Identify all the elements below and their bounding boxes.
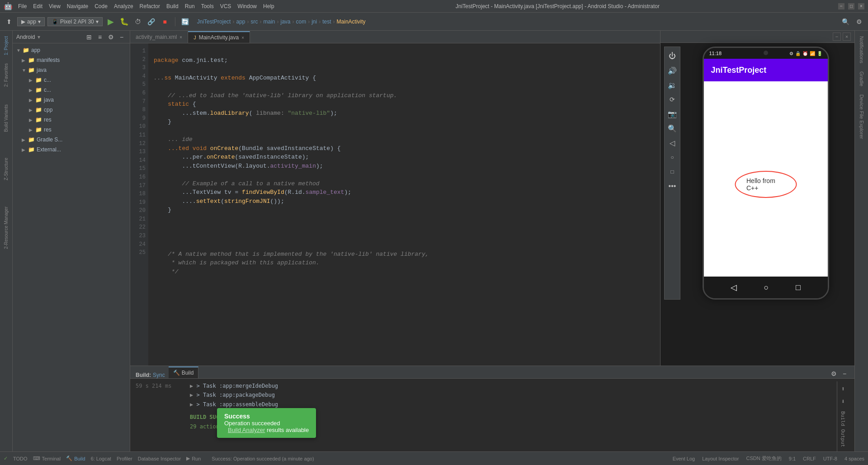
search-button[interactable]: 🔍 — [840, 16, 851, 27]
vtab-build-variants[interactable]: Build Variants — [1, 101, 11, 136]
breadcrumb-main[interactable]: main — [263, 19, 275, 25]
status-terminal[interactable]: ⌨ Terminal — [33, 456, 61, 461]
vcs-update-button[interactable]: ⬆ — [4, 16, 14, 27]
settings-tree-button[interactable]: ⚙ — [106, 33, 115, 42]
vtab-resource-manager[interactable]: 2-Resource Manager — [1, 203, 11, 253]
debug-button[interactable]: 🐛 — [119, 16, 130, 27]
volume-down-button[interactable]: 🔉 — [666, 79, 679, 91]
stop-button[interactable]: ■ — [160, 16, 170, 27]
menu-tools[interactable]: Tools — [198, 2, 217, 10]
rotate-button[interactable]: ⟳ — [666, 93, 679, 106]
vtab-project[interactable]: 1: Project — [1, 33, 11, 59]
tree-item-c1[interactable]: ▶ 📁 c... — [13, 75, 130, 85]
power-button[interactable]: ⏻ — [666, 50, 679, 62]
status-database-inspector[interactable]: Database Inspector — [138, 456, 181, 461]
status-csdn[interactable]: CSDN 爱吃鱼的 — [746, 455, 782, 462]
menu-build[interactable]: Build — [164, 2, 181, 10]
breadcrumb-mainactivity[interactable]: MainActivity — [337, 19, 366, 25]
emulator-minimize-button[interactable]: − — [833, 33, 841, 41]
tree-item-java[interactable]: ▼ 📁 java — [13, 65, 130, 75]
android-view-dropdown[interactable]: ▾ — [38, 34, 40, 40]
tab-mainactivity[interactable]: J MainActivity.java × — [188, 31, 250, 43]
code-content[interactable]: package com.jni.test; ...ss MainActivity… — [148, 43, 660, 366]
status-encoding[interactable]: UTF-8 — [823, 455, 837, 462]
menu-run[interactable]: Run — [182, 2, 198, 10]
tab-activity-main[interactable]: activity_main.xml × — [130, 31, 188, 43]
square-tool-button[interactable]: □ — [666, 165, 679, 178]
status-profiler[interactable]: Profiler — [117, 456, 132, 461]
sync-button[interactable]: 🔄 — [180, 16, 191, 27]
menu-analyze[interactable]: Analyze — [111, 2, 136, 10]
nav-recent-icon[interactable]: □ — [796, 283, 801, 292]
status-layout-inspector[interactable]: Layout Inspector — [702, 455, 739, 462]
run-configuration[interactable]: ▶ app ▾ — [17, 17, 45, 26]
status-line-ending[interactable]: CRLF — [803, 455, 816, 462]
zoom-button[interactable]: 🔍 — [666, 122, 679, 135]
breadcrumb-project[interactable]: JniTestProject — [197, 19, 231, 25]
device-file-explorer-tab[interactable]: Device File Explorer — [857, 91, 866, 142]
tree-item-gradle[interactable]: ▶ 📁 Gradle S... — [13, 135, 130, 145]
menu-refactor[interactable]: Refactor — [137, 2, 163, 10]
breadcrumb-src[interactable]: src — [250, 19, 258, 25]
tree-item-c2[interactable]: ▶ 📁 c... — [13, 85, 130, 95]
breadcrumb-app[interactable]: app — [236, 19, 245, 25]
emulator-close-button[interactable]: × — [843, 33, 851, 41]
status-indent[interactable]: 4 spaces — [844, 455, 864, 462]
close-button[interactable]: × — [858, 3, 864, 9]
breadcrumb-com[interactable]: com — [296, 19, 307, 25]
breadcrumb-test[interactable]: test — [322, 19, 331, 25]
tree-item-app[interactable]: ▼ 📁 app — [13, 45, 130, 55]
collapse-all-button[interactable]: ≡ — [95, 33, 104, 42]
menu-view[interactable]: View — [46, 2, 63, 10]
menu-edit[interactable]: Edit — [30, 2, 45, 10]
tree-item-external[interactable]: ▶ 📁 External... — [13, 145, 130, 155]
back-tool-button[interactable]: ◁ — [666, 136, 679, 149]
tab-mainactivity-close[interactable]: × — [241, 35, 244, 40]
menu-code[interactable]: Code — [92, 2, 110, 10]
run-button[interactable]: ▶ — [105, 16, 116, 27]
breadcrumb-java[interactable]: java — [281, 19, 291, 25]
build-output-label[interactable]: Build Output — [838, 409, 848, 450]
tree-item-cpp[interactable]: ▶ 📁 cpp — [13, 105, 130, 115]
profile-button[interactable]: ⏱ — [132, 16, 143, 27]
gradle-tab[interactable]: Gradle — [857, 68, 866, 90]
home-tool-button[interactable]: ○ — [666, 151, 679, 164]
settings-button[interactable]: ⚙ — [854, 16, 864, 27]
maximize-button[interactable]: □ — [848, 3, 854, 9]
status-todo[interactable]: TODO — [13, 456, 28, 461]
volume-up-button[interactable]: 🔊 — [666, 64, 679, 77]
build-down-icon[interactable]: ⬇ — [840, 396, 847, 407]
status-event-log[interactable]: Event Log — [673, 455, 695, 462]
status-logcat[interactable]: 6: Logcat — [91, 456, 111, 461]
tree-item-java2[interactable]: ▶ 📁 java — [13, 95, 130, 105]
code-editor[interactable]: 1234567891011121314151617181920212223242… — [130, 43, 660, 366]
tree-item-manifests[interactable]: ▶ 📁 manifests — [13, 55, 130, 65]
minimize-button[interactable]: − — [838, 3, 844, 9]
status-build[interactable]: 🔨 Build — [66, 456, 85, 461]
attach-button[interactable]: 🔗 — [146, 16, 157, 27]
build-up-icon[interactable]: ⬆ — [840, 383, 847, 394]
status-run[interactable]: ▶ Run — [186, 456, 201, 461]
nav-home-icon[interactable]: ○ — [764, 283, 769, 292]
menu-help[interactable]: Help — [260, 2, 277, 10]
breadcrumb-jni[interactable]: jni — [311, 19, 317, 25]
btab-build[interactable]: 🔨 Build — [169, 366, 199, 378]
menu-window[interactable]: Window — [235, 2, 259, 10]
more-button[interactable]: ••• — [666, 180, 679, 193]
nav-back-icon[interactable]: ◁ — [731, 282, 737, 292]
build-close-button[interactable]: − — [840, 369, 849, 378]
close-panel-button[interactable]: − — [117, 33, 126, 42]
vtab-favorites[interactable]: 2: Favorites — [1, 60, 11, 90]
menu-file[interactable]: File — [15, 2, 29, 10]
vtab-structure[interactable]: Z-Structure — [1, 154, 11, 184]
tab-activity-main-close[interactable]: × — [179, 35, 182, 40]
expand-all-button[interactable]: ⊞ — [85, 33, 94, 42]
notifications-tab[interactable]: Notifications — [857, 33, 866, 67]
build-settings-button[interactable]: ⚙ — [829, 369, 838, 378]
menu-navigate[interactable]: Navigate — [64, 2, 91, 10]
menu-vcs[interactable]: VCS — [217, 2, 234, 10]
device-selector[interactable]: 📱 Pixel 2 API 30 ▾ — [47, 17, 103, 26]
tree-item-res[interactable]: ▶ 📁 res — [13, 115, 130, 125]
tree-item-res2[interactable]: ▶ 📁 res — [13, 125, 130, 135]
screenshot-button[interactable]: 📷 — [666, 108, 679, 120]
